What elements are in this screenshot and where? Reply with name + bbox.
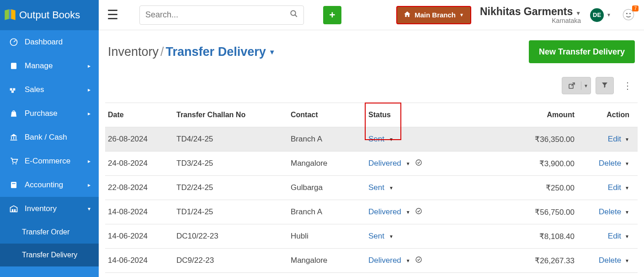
cell-date: 14-06-2024 bbox=[108, 232, 176, 241]
chevron-down-icon[interactable]: ▼ bbox=[625, 234, 629, 239]
cell-challan: DC9/22-23 bbox=[176, 256, 291, 265]
app-name: Output Books bbox=[19, 9, 80, 21]
chevron-down-icon[interactable]: ▼ bbox=[625, 185, 629, 190]
col-action-header[interactable]: Action bbox=[580, 111, 635, 119]
chevron-down-icon[interactable]: ▼ bbox=[625, 137, 629, 142]
app-logo[interactable]: Output Books bbox=[0, 0, 99, 30]
sidebar-subitem-transfer-delivery[interactable]: Transfer Delivery bbox=[0, 244, 99, 266]
action-link[interactable]: Delete bbox=[599, 256, 621, 265]
cell-status[interactable]: Delivered▼ bbox=[368, 207, 469, 217]
new-transfer-delivery-button[interactable]: New Transfer Delivery bbox=[529, 40, 635, 63]
sidebar-item-label: Purchase bbox=[25, 109, 58, 118]
sidebar-item-bank[interactable]: Bank / Cash bbox=[0, 125, 99, 149]
chevron-down-icon[interactable]: ▼ bbox=[269, 48, 276, 56]
table-row[interactable]: 14-06-2024DC9/22-23MangaloreDelivered▼₹2… bbox=[105, 249, 638, 273]
status-link[interactable]: Delivered bbox=[368, 207, 401, 217]
filter-button[interactable] bbox=[596, 77, 614, 94]
svg-rect-17 bbox=[11, 182, 16, 188]
chevron-down-icon[interactable]: ▼ bbox=[389, 234, 394, 239]
action-link[interactable]: Edit bbox=[608, 183, 621, 192]
breadcrumb-current[interactable]: Transfer Delivery bbox=[166, 45, 266, 59]
table-row[interactable]: 24-08-2024TD3/24-25MangaloreDelivered▼₹3… bbox=[105, 152, 638, 176]
checkmark-icon bbox=[415, 256, 422, 266]
status-link[interactable]: Sent bbox=[368, 232, 384, 241]
action-link[interactable]: Edit bbox=[608, 135, 621, 144]
cell-status[interactable]: Delivered▼ bbox=[368, 159, 469, 168]
status-link[interactable]: Sent bbox=[368, 183, 384, 192]
chevron-down-icon[interactable]: ▼ bbox=[625, 258, 629, 263]
svg-point-24 bbox=[416, 257, 421, 262]
cell-status[interactable]: Delivered▼ bbox=[368, 256, 469, 266]
home-icon bbox=[404, 11, 411, 19]
svg-line-2 bbox=[295, 15, 297, 17]
cell-status[interactable]: Sent▼ bbox=[368, 232, 469, 241]
sidebar-item-purchase[interactable]: Purchase ▸ bbox=[0, 102, 99, 125]
chevron-down-icon[interactable]: ▼ bbox=[389, 137, 394, 142]
table-row[interactable]: 14-06-2024DC10/22-23HubliSent▼₹8,108.40E… bbox=[105, 224, 638, 249]
action-link[interactable]: Delete bbox=[599, 207, 621, 217]
svg-point-5 bbox=[629, 13, 631, 14]
table-row[interactable]: 22-08-2024TD2/24-25GulbargaSent▼₹250.00E… bbox=[105, 176, 638, 200]
cell-action: Delete▼ bbox=[580, 159, 635, 168]
chevron-down-icon[interactable]: ▼ bbox=[406, 258, 410, 263]
chevron-down-icon[interactable]: ▼ bbox=[406, 210, 410, 215]
chevron-down-icon: ▼ bbox=[581, 83, 591, 88]
cell-status[interactable]: Sent▼ bbox=[368, 135, 469, 144]
search-icon[interactable] bbox=[290, 10, 298, 20]
cell-challan: TD3/24-25 bbox=[176, 159, 291, 168]
cell-status[interactable]: Sent▼ bbox=[368, 183, 469, 192]
chevron-down-icon[interactable]: ▼ bbox=[625, 210, 629, 215]
org-location: Karnataka bbox=[480, 17, 581, 24]
col-status-header[interactable]: Status bbox=[368, 111, 469, 119]
table-header: Date Transfer Challan No Contact Status … bbox=[105, 103, 638, 127]
checkmark-icon bbox=[415, 207, 422, 217]
status-link[interactable]: Sent bbox=[368, 135, 384, 144]
svg-rect-10 bbox=[11, 91, 14, 93]
cell-action: Edit▼ bbox=[580, 135, 635, 144]
help-icon[interactable]: 7 bbox=[622, 8, 636, 22]
chevron-down-icon[interactable]: ▼ bbox=[406, 161, 410, 166]
table-row[interactable]: 26-08-2024TD4/24-25Branch ASent▼₹36,350.… bbox=[105, 127, 638, 152]
sidebar-item-manage[interactable]: Manage ▸ bbox=[0, 54, 99, 78]
action-link[interactable]: Delete bbox=[599, 159, 621, 168]
sidebar-item-sales[interactable]: Sales ▸ bbox=[0, 78, 99, 102]
table-row[interactable]: 14-08-2024TD1/24-25Branch ADelivered▼₹56… bbox=[105, 200, 638, 224]
status-link[interactable]: Delivered bbox=[368, 256, 401, 265]
col-contact-header[interactable]: Contact bbox=[291, 111, 368, 119]
hamburger-menu-icon[interactable]: ☰ bbox=[107, 7, 118, 22]
chevron-down-icon[interactable]: ▼ bbox=[607, 12, 611, 17]
cell-contact: Mangalore bbox=[291, 159, 368, 168]
cell-date: 22-08-2024 bbox=[108, 183, 176, 192]
sidebar-item-ecommerce[interactable]: E-Commerce ▸ bbox=[0, 149, 99, 173]
breadcrumb-root[interactable]: Inventory bbox=[108, 45, 159, 59]
chevron-right-icon: ▸ bbox=[88, 182, 90, 188]
book-logo-icon bbox=[4, 8, 17, 22]
sidebar-item-accounting[interactable]: Accounting ▸ bbox=[0, 173, 99, 197]
col-date-header[interactable]: Date bbox=[108, 111, 176, 119]
col-challan-header[interactable]: Transfer Challan No bbox=[176, 111, 291, 119]
export-button[interactable]: ▼ bbox=[562, 77, 591, 94]
chevron-down-icon[interactable]: ▼ bbox=[389, 185, 394, 190]
more-options-button[interactable]: ⋮ bbox=[622, 80, 633, 91]
sidebar-item-label: Inventory bbox=[25, 204, 57, 213]
sidebar-item-inventory[interactable]: Inventory ▾ bbox=[0, 197, 99, 221]
sidebar-item-dashboard[interactable]: Dashboard bbox=[0, 30, 99, 54]
chevron-down-icon[interactable]: ▼ bbox=[625, 161, 629, 166]
chevron-down-icon: ▼ bbox=[459, 12, 464, 17]
branch-selector[interactable]: Main Branch ▼ bbox=[396, 6, 471, 24]
add-button[interactable]: + bbox=[323, 6, 341, 24]
col-amount-header[interactable]: Amount bbox=[516, 111, 580, 119]
search-input-wrapper[interactable] bbox=[139, 5, 304, 25]
cell-amount: ₹250.00 bbox=[516, 183, 580, 193]
sidebar: Dashboard Manage ▸ Sales ▸ Purchase ▸ Ba… bbox=[0, 30, 99, 277]
user-avatar[interactable]: DE bbox=[590, 8, 604, 22]
org-selector[interactable]: Nikhitas Garments▼ Karnataka bbox=[480, 5, 581, 24]
svg-rect-8 bbox=[10, 88, 12, 91]
svg-point-1 bbox=[291, 11, 296, 16]
sidebar-subitem-transfer-order[interactable]: Transfer Order bbox=[0, 221, 99, 244]
action-link[interactable]: Edit bbox=[608, 232, 621, 241]
chevron-down-icon: ▾ bbox=[88, 206, 90, 212]
svg-rect-19 bbox=[12, 209, 13, 212]
status-link[interactable]: Delivered bbox=[368, 159, 401, 168]
search-input[interactable] bbox=[145, 10, 290, 20]
